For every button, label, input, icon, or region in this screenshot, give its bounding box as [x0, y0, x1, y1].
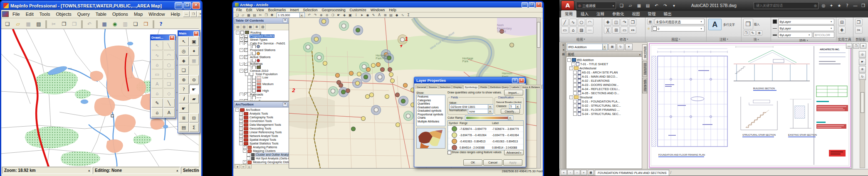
modify-tool-icon[interactable]: ╳	[604, 27, 611, 34]
toc-layer-row[interactable]: + Major Towns	[234, 99, 289, 100]
clipboard-tool-icon[interactable]: ✂	[855, 27, 863, 34]
show-list-item[interactable]: Features	[417, 95, 445, 99]
menu-item[interactable]: Tools	[37, 11, 53, 17]
toc-layer-row[interactable]	[234, 52, 289, 55]
expander-icon[interactable]: +	[239, 138, 243, 142]
main-tool-button[interactable]: ▦	[189, 56, 199, 65]
toolbox-row[interactable]: + Analyzing Patterns	[234, 145, 289, 149]
draw-tool-icon[interactable]: ▭	[561, 27, 569, 34]
insert-block-icon[interactable]: ❒	[743, 19, 753, 29]
layout-tab[interactable]: FOUNDATION FRAMING PLAN AND SECTIONS	[595, 170, 669, 176]
visibility-checkbox[interactable]: ✓	[244, 42, 248, 45]
layer-dropdown[interactable]: 0▾	[651, 26, 705, 32]
main-tool-button[interactable]: ▰	[189, 94, 199, 103]
drawing-tool-button[interactable]: ╲	[163, 41, 175, 50]
toolbar-button[interactable]: ☛	[336, 13, 341, 18]
expander-icon[interactable]	[247, 86, 251, 89]
dialog-titlebar[interactable]: Layer Properties ? ✕	[414, 77, 526, 83]
toolbar-button[interactable]: ▣	[347, 13, 353, 18]
expander-icon[interactable]	[573, 71, 577, 74]
main-tool-button[interactable]: ✦	[189, 46, 199, 56]
visibility-checkbox[interactable]: ✓	[244, 93, 248, 96]
panel-label-properties[interactable]: 特性▾	[771, 39, 836, 42]
expander-icon[interactable]: −	[240, 62, 243, 66]
panel-label-draw[interactable]: 绘图▾	[559, 37, 602, 42]
drawing-area[interactable]: FOUNDATION AND FLOOR FRAMING PLAN BUILDI…	[559, 42, 868, 169]
drawing-tool-button[interactable]: ∿	[151, 51, 163, 60]
expander-icon[interactable]: −	[569, 66, 573, 70]
expander-icon[interactable]	[247, 59, 251, 62]
layout-nav-button[interactable]: ›	[574, 170, 580, 175]
layer-states-icon[interactable]: ≣	[647, 19, 653, 24]
expander-icon[interactable]	[573, 91, 577, 95]
toolbar-button[interactable]: ❏	[131, 20, 141, 29]
normalization-combobox[interactable]: none▾	[468, 109, 493, 114]
expander-icon[interactable]	[245, 73, 249, 76]
toc-layer-row[interactable]: − Routing	[234, 31, 289, 34]
plotstyle-dropdown[interactable]: BYCOLOR	[814, 32, 834, 38]
main-tool-button[interactable]: ?	[179, 85, 189, 94]
expander-icon[interactable]: +	[243, 145, 247, 149]
expander-icon[interactable]: +	[239, 123, 243, 127]
menu-item[interactable]: Windows	[368, 7, 387, 12]
toc-layer-row[interactable]: − ✓ Proposed Stations	[234, 48, 289, 52]
panel-label-clipboard[interactable]: 剪贴板	[853, 37, 868, 42]
toolbar-button[interactable]: ▤	[252, 13, 257, 18]
infocenter-search[interactable]: ◎	[754, 2, 819, 9]
quick-access-button[interactable]: ▾	[670, 2, 678, 9]
expander-icon[interactable]	[573, 83, 577, 87]
toolbar-button[interactable]: ▤	[388, 13, 394, 18]
show-list-item[interactable]: Graduated colors	[417, 106, 445, 110]
sheet-row[interactable]: IRD Addition	[566, 58, 642, 62]
toc-layer-row[interactable]: High	[234, 89, 289, 93]
drawing-tool-button[interactable]: A	[163, 108, 175, 117]
toc-tool-button[interactable]: ▤	[235, 24, 241, 29]
sheet-row[interactable]: A-02 - ELEVATIONS	[566, 78, 642, 83]
visibility-checkbox[interactable]: ✓	[244, 48, 248, 52]
draw-tool-icon[interactable]: ▨	[578, 27, 585, 34]
color-ramp-combobox[interactable]: ▾	[465, 115, 513, 120]
toolbar-button[interactable]: ✂	[49, 20, 59, 29]
dialog-tab[interactable]: Fields	[479, 85, 489, 89]
expander-icon[interactable]: −	[240, 93, 243, 96]
drawing-tool-button[interactable]: ⌂	[151, 89, 163, 98]
cancel-button[interactable]: Cancel	[483, 159, 502, 166]
mdi-minimize-icon[interactable]: —	[846, 43, 852, 49]
maximize-button[interactable]: ❐	[529, 2, 535, 7]
clipboard-tool-icon[interactable]: ❐	[855, 19, 863, 26]
toolbox-row[interactable]: Hot Spot Analysis (Getis-Ord Gi*)	[234, 156, 289, 160]
toolbar-button[interactable]: i	[353, 13, 359, 18]
drawing-tool-button[interactable]: ⌂	[151, 60, 163, 69]
expander-icon[interactable]	[247, 153, 250, 156]
help-button[interactable]: ?	[512, 78, 518, 83]
visibility-checkbox[interactable]: ✓	[244, 69, 248, 73]
class-row[interactable]: -7.826674 - -3.694779 -7.826674 - -3.694…	[448, 126, 523, 132]
mdi-close-icon[interactable]: ✕	[860, 43, 866, 49]
model-tab-icon[interactable]: ▦	[588, 170, 594, 175]
panel-label-utilities[interactable]: 实用工具	[836, 37, 853, 42]
toolbar-button[interactable]: ❍	[330, 13, 336, 18]
expander-icon[interactable]	[247, 83, 251, 86]
expander-icon[interactable]: −	[569, 95, 573, 99]
show-list-item[interactable]: Charts	[417, 116, 445, 120]
toolbox-row[interactable]: + Conversion Tools	[234, 119, 289, 123]
toolbox-row[interactable]: − ArcToolbox	[234, 108, 289, 112]
infocenter-icon[interactable]: ★	[836, 2, 843, 9]
main-tool-button[interactable]: ⊟	[189, 113, 199, 122]
toolbar-button[interactable]: ⊞	[382, 13, 388, 18]
toolbox-header[interactable]: ArcToolbox ✕	[234, 102, 289, 108]
feature-values-checkbox[interactable]	[448, 151, 451, 154]
visibility-checkbox[interactable]	[252, 45, 256, 48]
toolbar-button[interactable]: ❒	[69, 20, 79, 29]
toc-layer-row[interactable]: − ✓ Active Stations	[234, 55, 289, 59]
mdi-window-button[interactable]: —	[183, 11, 190, 17]
toolbar-button[interactable]: Σ	[406, 13, 411, 18]
main-tool-button[interactable]: ☛	[189, 85, 199, 94]
toolbar-button[interactable]: ◈	[341, 13, 347, 18]
expander-icon[interactable]	[567, 58, 571, 62]
quick-access-button[interactable]: ↶	[653, 2, 660, 9]
expander-icon[interactable]: −	[571, 62, 575, 66]
layout-nav-button[interactable]: »	[581, 170, 587, 175]
modify-tool-icon[interactable]: ▭	[621, 27, 628, 34]
visibility-checkbox[interactable]	[252, 83, 256, 86]
